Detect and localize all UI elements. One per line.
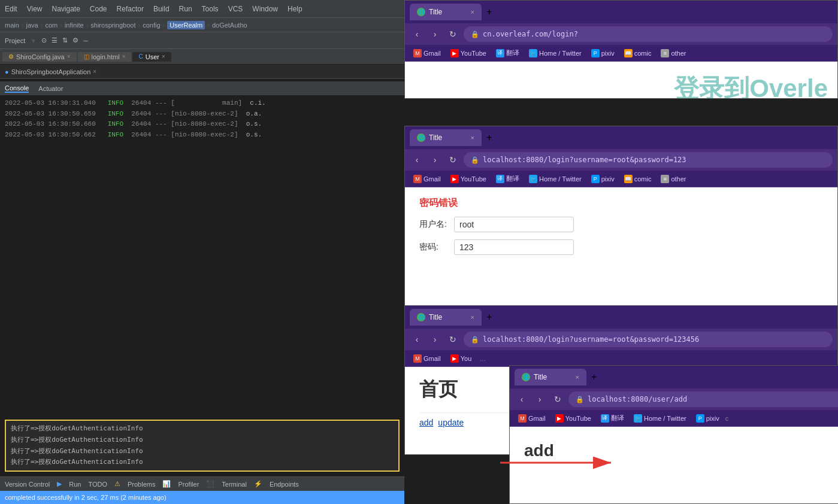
win1-bookmark-pixiv[interactable]: P pixiv	[588, 48, 618, 59]
win4-forward-button[interactable]: ›	[533, 392, 547, 406]
homepage-update-link[interactable]: update	[438, 418, 464, 427]
win2-bookmark-comic[interactable]: 📖 comic	[621, 174, 655, 184]
win1-bookmark-gmail[interactable]: M Gmail	[410, 48, 444, 59]
bottom-tab-run[interactable]: Run	[69, 481, 81, 488]
close-shiroconfig-icon[interactable]: ×	[67, 53, 71, 60]
overleaf-tab-close[interactable]: ×	[471, 8, 474, 16]
menu-navigate[interactable]: Navigate	[52, 5, 80, 13]
menu-window[interactable]: Window	[252, 5, 278, 13]
tab-login-html[interactable]: ◫ login.html ×	[78, 52, 132, 62]
win4-back-button[interactable]: ‹	[515, 392, 529, 406]
login-new-tab-button[interactable]: +	[486, 132, 492, 143]
add-tab-close[interactable]: ×	[576, 374, 579, 381]
toolbar-icon-list[interactable]: ☰	[52, 37, 58, 44]
close-user-icon[interactable]: ×	[162, 53, 165, 60]
project-title[interactable]: ShiroSpringbootApplication	[11, 68, 91, 75]
breadcrumb-userrealm[interactable]: UserRealm	[167, 21, 205, 29]
win2-bookmark-pixiv[interactable]: P pixiv	[588, 174, 618, 184]
bottom-tab-problems[interactable]: Problems	[128, 481, 155, 488]
menu-build[interactable]: Build	[153, 5, 170, 13]
win1-bookmark-fanyi[interactable]: 译 翻译	[492, 47, 523, 59]
login-tab-close[interactable]: ×	[471, 134, 474, 141]
homepage-add-link[interactable]: add	[419, 418, 433, 427]
menu-vcs[interactable]: VCS	[228, 5, 243, 13]
win3-refresh-button[interactable]: ↻	[446, 332, 460, 347]
win2-bookmark-fanyi[interactable]: 译 翻译	[492, 173, 523, 184]
breadcrumb-infinite[interactable]: infinite	[65, 22, 84, 29]
browser-win4-tab[interactable]: 🌐 Title ×	[515, 369, 586, 385]
win1-forward-button[interactable]: ›	[428, 27, 442, 41]
homepage-new-tab-button[interactable]: +	[486, 312, 492, 323]
win3-bookmark-gmail[interactable]: M Gmail	[410, 353, 444, 364]
menu-run[interactable]: Run	[179, 5, 192, 13]
win2-bookmark-twitter[interactable]: 🐦 Home / Twitter	[525, 174, 585, 184]
breadcrumb-method[interactable]: doGetAutho	[212, 22, 247, 29]
console-tab-actuator[interactable]: Actuator	[38, 85, 63, 92]
password-input[interactable]	[454, 239, 574, 255]
toolbar-icon-circle[interactable]: ⊙	[41, 37, 47, 44]
overleaf-new-tab-button[interactable]: +	[486, 7, 492, 17]
project-close-icon[interactable]: ×	[93, 68, 96, 75]
toolbar-icon-arrows[interactable]: ⇅	[62, 37, 68, 44]
menu-tools[interactable]: Tools	[202, 5, 219, 13]
tab-user[interactable]: C User ×	[132, 52, 171, 62]
add-new-tab-button[interactable]: +	[591, 372, 597, 382]
overleaf-logo-text: 登录到Overle	[674, 72, 828, 99]
win3-address-bar[interactable]: 🔒 localhost:8080/login?username=root&pas…	[464, 332, 833, 347]
menu-view[interactable]: View	[27, 5, 43, 13]
menu-refactor[interactable]: Refactor	[117, 5, 144, 13]
win3-back-button[interactable]: ‹	[410, 332, 424, 347]
win2-back-button[interactable]: ‹	[410, 153, 424, 167]
win1-bookmark-twitter[interactable]: 🐦 Home / Twitter	[525, 48, 585, 59]
win4-bookmark-pixiv[interactable]: P pixiv	[692, 413, 723, 424]
win4-bookmark-fanyi[interactable]: 译 翻译	[597, 412, 628, 424]
win2-bookmark-other[interactable]: ≡ other	[657, 174, 689, 184]
bottom-tab-vcs[interactable]: Version Control	[5, 481, 50, 488]
win4-bookmark-youtube[interactable]: ▶ YouTube	[552, 413, 595, 424]
breadcrumb-java[interactable]: java	[26, 22, 38, 29]
username-input[interactable]	[454, 217, 574, 232]
win2-bookmark-youtube[interactable]: ▶ YouTube	[447, 174, 490, 184]
tab-shiroconfig[interactable]: ⚙ ShiroConfig.java ×	[2, 52, 77, 62]
breadcrumb-shiro[interactable]: shirospringboot	[90, 22, 135, 29]
win1-back-button[interactable]: ‹	[410, 27, 424, 41]
bottom-tab-todo[interactable]: TODO	[88, 481, 107, 488]
console-tab-console[interactable]: Console	[5, 84, 29, 93]
win1-bookmark-comic[interactable]: 📖 comic	[621, 48, 655, 59]
youtube-favicon: ▶	[450, 49, 459, 57]
win4-address-bar[interactable]: 🔒 localhost:8080/user/add	[568, 391, 838, 407]
bottom-tab-profiler[interactable]: Profiler	[178, 481, 199, 488]
toolbar-icon-settings[interactable]: ⚙	[72, 37, 78, 44]
menu-code[interactable]: Code	[90, 5, 107, 13]
bottom-tab-terminal[interactable]: Terminal	[222, 481, 247, 488]
highlight-line-1: 执行了=>授权doGetAuthenticationInfo	[11, 423, 394, 435]
close-login-icon[interactable]: ×	[122, 53, 126, 60]
browser-win1-tab[interactable]: 🌐 Title ×	[410, 4, 482, 20]
project-label[interactable]: Project	[5, 37, 25, 44]
menu-help[interactable]: Help	[288, 5, 302, 13]
bottom-tab-endpoints[interactable]: Endpoints	[270, 481, 299, 488]
toolbar-icon-minus[interactable]: ─	[83, 37, 88, 44]
win4-pixiv-favicon: P	[696, 414, 704, 423]
breadcrumb-config[interactable]: config	[143, 22, 160, 29]
browser-win2-tab[interactable]: 🌐 Title ×	[410, 129, 482, 146]
win4-bookmark-twitter[interactable]: 🐦 Home / Twitter	[630, 413, 690, 424]
homepage-tab-close[interactable]: ×	[471, 314, 474, 321]
win4-bookmark-gmail[interactable]: M Gmail	[515, 413, 549, 424]
browser-win3-tab[interactable]: 🌐 Title ×	[410, 309, 482, 326]
win1-address-bar[interactable]: 🔒 cn.overleaf.com/login?	[464, 26, 833, 42]
win4-refresh-button[interactable]: ↻	[550, 392, 565, 406]
win1-bookmark-other[interactable]: ≡ other	[657, 48, 689, 59]
win1-refresh-button[interactable]: ↻	[446, 27, 460, 41]
log-line-2: 2022-05-03 16:30:50.659 INFO 26404 --- […	[5, 109, 400, 120]
menu-edit[interactable]: Edit	[5, 5, 17, 13]
breadcrumb-com[interactable]: com	[45, 22, 58, 29]
win3-forward-button[interactable]: ›	[428, 332, 442, 347]
win3-bookmark-youtube[interactable]: ▶ You	[447, 353, 476, 364]
breadcrumb-main[interactable]: main	[5, 22, 19, 29]
win2-address-bar[interactable]: 🔒 localhost:8080/login?username=root&pas…	[464, 152, 833, 168]
win2-bookmark-gmail[interactable]: M Gmail	[410, 174, 444, 184]
win2-forward-button[interactable]: ›	[428, 153, 442, 167]
win2-refresh-button[interactable]: ↻	[446, 153, 460, 167]
win1-bookmark-youtube[interactable]: ▶ YouTube	[447, 48, 490, 59]
